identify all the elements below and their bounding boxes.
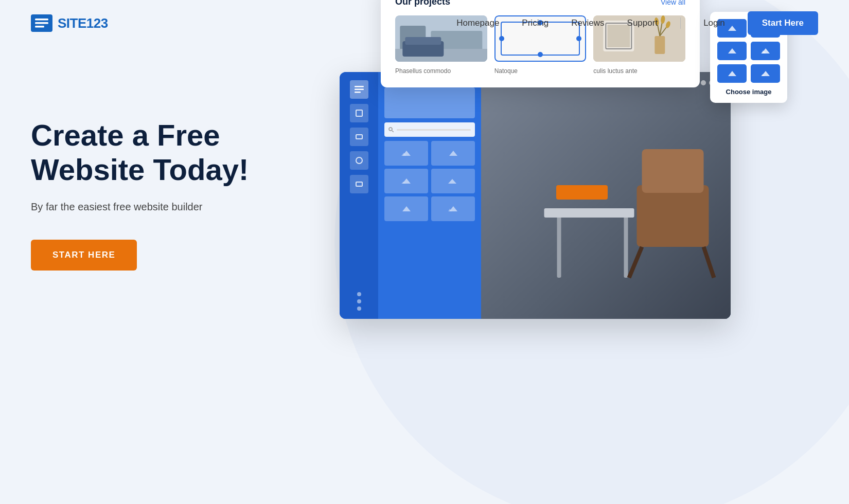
hero-title: Create a Free Website Today! <box>31 118 298 187</box>
nav-divider <box>680 17 681 29</box>
mountain-icon <box>448 205 458 212</box>
logo-svg <box>35 18 48 28</box>
svg-rect-5 <box>355 92 361 93</box>
choose-image-label: Choose image <box>717 88 780 96</box>
svg-rect-0 <box>35 19 48 21</box>
mountain-icon <box>448 177 458 185</box>
logo-text: SITE123 <box>58 15 108 31</box>
svg-rect-4 <box>355 89 364 91</box>
canvas-photo <box>481 72 731 319</box>
img-mountain-icon <box>728 47 737 55</box>
circle-icon <box>356 157 363 164</box>
sidebar-icon-4 <box>350 175 368 193</box>
svg-line-7 <box>392 131 394 132</box>
panel-img-cell-2 <box>431 141 475 166</box>
hero-section: Create a Free Website Today! By far the … <box>0 46 849 504</box>
project-label-1: Phasellus commodo <box>395 67 451 75</box>
img-mountain-icon <box>761 47 770 55</box>
canvas-orange-button <box>556 185 608 200</box>
nav-support[interactable]: Support <box>627 18 658 28</box>
project-label-3: culis luctus ante <box>593 67 637 75</box>
canvas-dot <box>701 80 706 85</box>
svg-point-6 <box>389 128 392 131</box>
panel-image-grid <box>384 141 475 221</box>
editor-mockup <box>340 72 731 319</box>
svg-rect-22 <box>637 185 709 247</box>
hero-left: Create a Free Website Today! By far the … <box>31 77 298 271</box>
nav-links: Homepage Pricing Reviews Support <box>456 18 658 28</box>
menu-icon <box>355 86 364 93</box>
hero-start-here-button[interactable]: START HERE <box>31 240 137 271</box>
nav-homepage[interactable]: Homepage <box>456 18 499 28</box>
page-icon <box>356 134 363 139</box>
panel-img-cell-4 <box>431 169 475 193</box>
panel-img-cell-5 <box>384 196 428 221</box>
nav-pricing[interactable]: Pricing <box>522 18 549 28</box>
img-selector-cell-5[interactable] <box>717 64 747 83</box>
navbar: SITE123 Homepage Pricing Reviews Support… <box>0 0 849 46</box>
sidebar-dot <box>357 299 361 303</box>
nav-right: Homepage Pricing Reviews Support Login S… <box>456 11 818 35</box>
logo-icon <box>31 14 52 32</box>
sidebar-icon-3 <box>350 151 368 170</box>
sidebar-icon-2 <box>350 128 368 146</box>
nav-reviews[interactable]: Reviews <box>571 18 604 28</box>
editor-sidebar <box>340 72 378 319</box>
logo[interactable]: SITE123 <box>31 14 108 32</box>
mountain-icon <box>401 177 412 185</box>
search-line <box>397 129 471 131</box>
editor-panel <box>378 72 481 319</box>
nav-start-here-button[interactable]: Start Here <box>748 11 818 35</box>
mountain-icon <box>401 150 412 157</box>
svg-marker-50 <box>728 71 736 76</box>
panel-img-cell-3 <box>384 169 428 193</box>
svg-rect-21 <box>544 208 634 218</box>
svg-rect-1 <box>35 22 48 24</box>
img-mountain-icon <box>761 70 770 77</box>
sidebar-dot <box>357 307 361 311</box>
svg-rect-20 <box>624 216 628 278</box>
svg-marker-10 <box>449 151 457 156</box>
svg-marker-14 <box>402 206 411 211</box>
svg-rect-2 <box>35 26 44 28</box>
sidebar-menu-icon <box>350 80 368 99</box>
image-icon <box>356 182 363 187</box>
svg-rect-23 <box>642 149 704 193</box>
nav-login[interactable]: Login <box>703 18 725 28</box>
mountain-icon <box>401 205 412 212</box>
hero-subtitle: By far the easiest free website builder <box>31 201 298 213</box>
img-mountain-icon <box>728 70 737 77</box>
svg-marker-13 <box>448 179 456 184</box>
project-label-2: Natoque <box>494 67 518 75</box>
panel-img-cell-1 <box>384 141 428 166</box>
mountain-icon <box>448 150 458 157</box>
svg-rect-19 <box>557 216 561 278</box>
selector-dot-bottom <box>538 52 543 57</box>
svg-rect-3 <box>355 86 364 87</box>
img-selector-cell-6[interactable] <box>751 64 780 83</box>
sidebar-dots <box>357 292 361 311</box>
svg-marker-47 <box>728 48 736 53</box>
sidebar-icon-1 <box>350 104 368 122</box>
editor-canvas <box>481 72 731 319</box>
search-icon <box>388 127 394 132</box>
panel-img-cell-6 <box>431 196 475 221</box>
panel-search <box>384 122 475 137</box>
panel-preview-box <box>384 87 475 118</box>
sidebar-dot <box>357 292 361 296</box>
layout-icon <box>356 110 363 117</box>
